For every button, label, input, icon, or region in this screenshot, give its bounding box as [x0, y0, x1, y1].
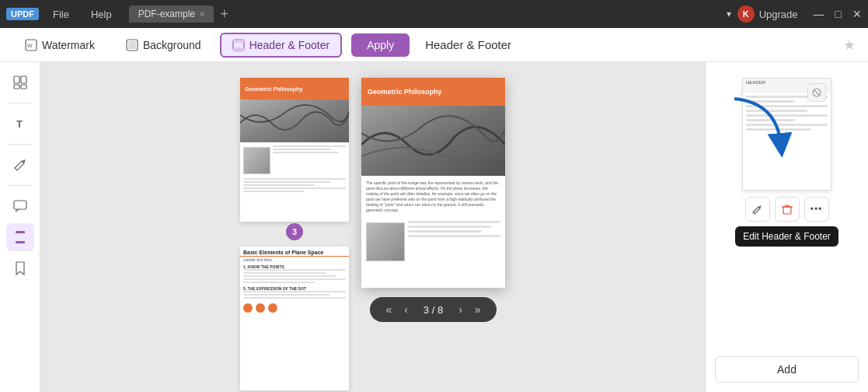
panel-action-icons: ••• [745, 197, 829, 222]
sidebar-divider-2 [9, 144, 32, 145]
delete-header-footer-button[interactable] [775, 197, 800, 222]
edit-tooltip: Edit Header & Footer [735, 226, 838, 247]
page3-image-area [240, 100, 349, 142]
text-icon: T [12, 116, 28, 131]
tab-area: PDF-example × + [129, 5, 720, 23]
background-button[interactable]: Background [113, 33, 214, 58]
sidebar-icon-layers[interactable] [6, 223, 34, 251]
left-sidebar: T [0, 62, 40, 392]
sidebar-icon-pages[interactable] [6, 68, 34, 96]
favorite-button[interactable]: ★ [843, 37, 856, 54]
page-info: 3 / 8 [417, 304, 449, 316]
more-dots-icon: ••• [810, 204, 823, 215]
minimize-button[interactable]: — [814, 8, 824, 20]
svg-rect-8 [21, 76, 26, 83]
page-3-title: Geometric Philosophy [245, 86, 302, 92]
window-controls: — □ ✕ [814, 8, 862, 20]
page-4-wrapper: Basic Elements of Plane Space subtitle t… [240, 247, 349, 390]
tabs-dropdown-icon[interactable]: ▾ [727, 9, 731, 19]
tab-close-icon[interactable]: × [200, 9, 204, 19]
doc-area: Geometric Philosophy [240, 78, 505, 390]
svg-text:T: T [16, 118, 23, 130]
maximize-button[interactable]: □ [835, 8, 842, 20]
pages-column: Geometric Philosophy [240, 78, 349, 390]
pages-icon [12, 75, 28, 90]
sidebar-icon-edit[interactable] [6, 151, 34, 179]
svg-rect-13 [14, 233, 26, 242]
tab-pdf-example[interactable]: PDF-example × [129, 5, 214, 23]
large-page-image [361, 106, 505, 176]
new-tab-button[interactable]: + [214, 6, 235, 23]
center-content: Geometric Philosophy [40, 62, 705, 392]
svg-rect-15 [16, 241, 25, 243]
svg-rect-7 [14, 76, 19, 83]
navigation-bar: « ‹ 3 / 8 › » [370, 297, 496, 322]
first-page-button[interactable]: « [382, 302, 395, 317]
disable-icon[interactable] [807, 83, 826, 102]
title-bar-right: K Upgrade — □ ✕ [737, 5, 862, 23]
bookmark-icon [12, 261, 28, 276]
svg-text:W: W [27, 43, 33, 48]
svg-rect-12 [14, 201, 26, 209]
toolbar: W Watermark Background Header & Footer A… [0, 28, 868, 62]
page-4-section1: 1. KNOW THE POINTS [240, 263, 349, 269]
sidebar-icon-text[interactable]: T [6, 110, 34, 138]
page-4-subtitle: subtitle text here [240, 257, 349, 263]
header-footer-label: Header & Footer [249, 39, 330, 51]
main-area: T [0, 62, 868, 392]
edit-icon [12, 157, 28, 173]
panel-preview-area: HEADER [715, 72, 859, 356]
right-panel: HEADER [705, 62, 868, 392]
watermark-label: Watermark [42, 39, 95, 51]
large-page-preview: Geometric Philosophy [361, 78, 505, 288]
last-page-button[interactable]: » [472, 302, 484, 317]
disable-icon-svg [811, 87, 822, 98]
svg-rect-3 [128, 41, 136, 49]
header-footer-button[interactable]: Header & Footer [220, 33, 343, 58]
page-3-wrapper: Geometric Philosophy [240, 78, 349, 222]
large-page-wrapper: Geometric Philosophy [361, 78, 505, 322]
background-label: Background [143, 39, 201, 51]
svg-rect-21 [783, 207, 791, 214]
upgrade-label: Upgrade [759, 9, 798, 20]
sidebar-icon-comment[interactable] [6, 192, 34, 220]
more-options-button[interactable]: ••• [804, 197, 829, 222]
sidebar-divider-3 [9, 185, 32, 186]
panel-title: Header & Footer [425, 38, 511, 51]
svg-rect-14 [16, 231, 25, 233]
sidebar-icon-bookmark[interactable] [6, 254, 34, 282]
next-page-button[interactable]: › [455, 302, 465, 317]
add-button[interactable]: Add [715, 356, 859, 383]
edit-header-footer-button[interactable] [745, 197, 770, 222]
sidebar-divider-1 [9, 103, 32, 103]
background-icon [126, 39, 138, 51]
upgrade-button[interactable]: K Upgrade [737, 5, 798, 23]
apply-button[interactable]: Apply [351, 33, 410, 57]
svg-rect-6 [233, 47, 244, 51]
blue-arrow [723, 87, 793, 160]
watermark-button[interactable]: W Watermark [12, 33, 107, 58]
delete-icon [781, 203, 793, 215]
title-bar: UPDF File Help PDF-example × + ▾ K Upgra… [0, 0, 868, 28]
large-page-title: Geometric Philosophy [368, 88, 442, 96]
comment-icon [12, 198, 28, 214]
page-3-thumbnail[interactable]: Geometric Philosophy [240, 78, 349, 222]
menu-help[interactable]: Help [83, 9, 120, 20]
page-4-dots [240, 300, 349, 316]
page-4-title: Basic Elements of Plane Space [240, 247, 349, 257]
svg-line-20 [814, 89, 820, 96]
close-button[interactable]: ✕ [852, 8, 862, 20]
page-3-badge: 3 [286, 223, 303, 240]
prev-page-button[interactable]: ‹ [401, 302, 411, 317]
svg-rect-9 [14, 85, 19, 89]
menu-file[interactable]: File [45, 9, 77, 20]
page-4-section2: 5. THE EXPRESSION OF THE DOT [240, 285, 349, 291]
layers-icon [12, 229, 28, 245]
svg-rect-5 [233, 40, 244, 43]
page-4-thumbnail[interactable]: Basic Elements of Plane Space subtitle t… [240, 247, 349, 390]
tab-label: PDF-example [138, 9, 195, 19]
edit-icon [751, 203, 764, 215]
app-logo: UPDF [6, 8, 39, 20]
arrow-icon [723, 87, 793, 157]
svg-rect-10 [21, 85, 26, 89]
